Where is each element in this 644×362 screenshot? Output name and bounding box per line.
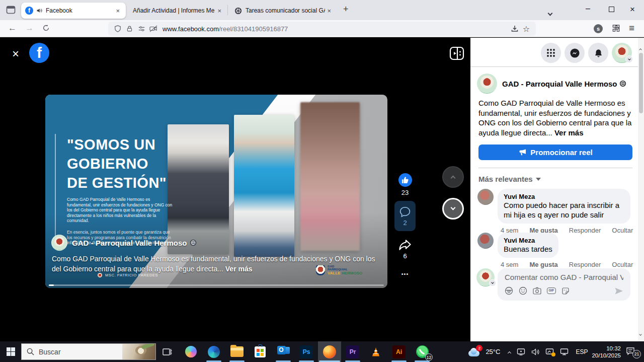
panel-page-name[interactable]: GAD - Parroquial Valle Hermoso (502, 80, 617, 88)
language-indicator[interactable]: ESP (576, 348, 588, 355)
download-icon[interactable] (511, 25, 519, 33)
gif-icon[interactable]: GIF (547, 287, 556, 294)
back-button[interactable]: ← (8, 24, 17, 32)
wireless-display-icon[interactable] (517, 348, 525, 355)
notifications-bell-button[interactable] (588, 43, 608, 63)
comment-author[interactable]: Yuvi Meza (504, 237, 552, 244)
see-more-link[interactable]: Ver más (554, 128, 584, 137)
edge-icon[interactable] (202, 341, 225, 362)
share-button[interactable] (398, 239, 412, 251)
next-reel-button[interactable] (442, 198, 464, 220)
premiere-icon[interactable]: Pr (341, 341, 364, 362)
new-tab-button[interactable]: + (343, 4, 349, 15)
page-avatar[interactable] (477, 74, 497, 94)
tab-close-icon[interactable]: × (325, 7, 333, 15)
send-comment-icon[interactable] (614, 287, 623, 295)
avatar-sticker-icon[interactable] (505, 286, 513, 295)
tab-tareas[interactable]: Tareas comunicador social GAD × (230, 3, 337, 19)
more-options-button[interactable]: ••• (401, 271, 409, 277)
comments-sort-dropdown[interactable]: Más relevantes (478, 175, 541, 183)
firefox-icon[interactable] (318, 341, 341, 362)
task-view-button[interactable] (156, 341, 179, 362)
notification-center-icon[interactable]: 21 (626, 346, 639, 357)
see-more-link[interactable]: Ver más (225, 265, 253, 273)
forward-button[interactable]: → (25, 24, 34, 32)
extensions-puzzle-icon[interactable] (612, 24, 620, 33)
messenger-button[interactable] (565, 43, 585, 63)
comment-reply-button[interactable]: Responder (569, 261, 601, 268)
menu-hamburger-icon[interactable]: ≡ (629, 23, 634, 34)
page-scrollbar[interactable] (638, 38, 644, 341)
clock[interactable]: 10:32 20/10/2025 (592, 345, 621, 359)
previous-reel-button[interactable] (442, 166, 464, 188)
search-highlight-sloth-image[interactable] (122, 344, 155, 359)
close-reel-icon[interactable]: × (12, 48, 19, 60)
profile-avatar-button[interactable] (612, 43, 632, 63)
comment-time[interactable]: 4 sem (501, 261, 518, 268)
copilot-icon[interactable] (179, 341, 202, 362)
reload-button[interactable] (42, 24, 50, 32)
volume-icon[interactable] (531, 348, 539, 355)
reel-video[interactable]: "SOMOS UN GOBIERNO DE GESTIÓN" Como GAD … (45, 95, 387, 288)
weather-icon[interactable]: 2 (467, 346, 481, 357)
gad-logo-line3b: HERMOSO (342, 271, 362, 275)
outlook-icon[interactable]: O (272, 341, 295, 362)
comment-input[interactable]: Comentar como GAD - Parroquial Vall... G… (498, 268, 630, 301)
commenter-avatar[interactable] (477, 189, 494, 205)
commenter-avatar[interactable] (477, 233, 494, 249)
emoji-icon[interactable] (519, 286, 527, 295)
temperature-label[interactable]: 25°C (486, 348, 500, 355)
extension-s-icon[interactable]: s (594, 24, 603, 33)
overlay-caption-line1: Como GAD Parroquial de Valle Hermoso es … (52, 254, 380, 264)
comment-hide-button[interactable]: Ocultar (612, 261, 633, 268)
photoshop-icon[interactable]: Ps (295, 341, 318, 362)
page-avatar[interactable] (51, 235, 67, 251)
tab-audio-icon[interactable] (36, 8, 42, 14)
speaker-credit: MSC. PATRICIO PAREDES (105, 273, 158, 277)
scrollbar-thumb[interactable] (639, 53, 643, 113)
file-explorer-icon[interactable] (225, 341, 249, 362)
screen-share-icon[interactable] (545, 348, 554, 355)
panel-page-row[interactable]: GAD - Parroquial Valle Hermoso (477, 74, 626, 94)
illustrator-icon[interactable]: Ai (387, 341, 411, 362)
url-bar[interactable]: www.facebook.com/reel/831041905916877 ☆ (108, 22, 536, 36)
comment-author[interactable]: Yuvi Meza (504, 193, 624, 200)
camera-icon[interactable] (533, 287, 541, 295)
tab-close-icon[interactable]: × (114, 7, 122, 15)
bookmark-star-icon[interactable]: ☆ (523, 24, 530, 34)
overlay-page-name[interactable]: GAD - Parroquial Valle Hermoso (72, 239, 187, 247)
lock-icon[interactable] (126, 25, 133, 32)
start-button[interactable] (0, 341, 21, 362)
comment-bubble[interactable]: Yuvi Meza Buenas tardes (498, 233, 558, 258)
comment-like-button[interactable]: Me gusta (529, 261, 557, 268)
sticker-icon[interactable] (561, 287, 570, 295)
camera-blocked-icon[interactable] (149, 25, 157, 32)
list-tabs-chevron-icon[interactable] (548, 8, 552, 17)
window-close-button[interactable]: × (630, 5, 635, 15)
tab-close-icon[interactable]: × (215, 7, 223, 15)
vlc-icon[interactable] (364, 341, 387, 362)
overlay-page-row[interactable]: GAD - Parroquial Valle Hermoso (51, 235, 197, 251)
like-button[interactable] (398, 173, 412, 187)
apps-menu-button[interactable] (541, 43, 561, 63)
whatsapp-icon[interactable]: 12 (411, 341, 434, 362)
window-minimize-button[interactable]: – (586, 4, 590, 13)
comments-button[interactable]: 2 (394, 201, 416, 231)
tab-facebook[interactable]: f Facebook × (21, 3, 126, 19)
permissions-icon[interactable] (138, 25, 145, 32)
video-progress-track[interactable] (49, 284, 384, 286)
hidden-icons-chevron[interactable] (508, 347, 511, 356)
comment-bubble[interactable]: Yuvi Meza Como puedo hacer para inscribi… (498, 189, 630, 224)
shield-icon[interactable] (114, 25, 121, 32)
window-restore-button[interactable] (609, 7, 614, 12)
facebook-logo[interactable]: f (29, 43, 49, 63)
network-icon[interactable] (560, 348, 569, 355)
microsoft-store-icon[interactable] (249, 341, 272, 362)
collapse-panel-icon[interactable] (449, 46, 464, 60)
video-progress-fill (49, 284, 54, 286)
promote-reel-button[interactable]: Promocionar reel (478, 144, 632, 160)
taskbar-search-box[interactable]: Buscar (21, 343, 156, 360)
tab-informes[interactable]: Añadir Actividad | Informes Mensua × (129, 3, 227, 19)
firefox-view-icon[interactable] (6, 5, 16, 15)
promote-reel-label: Promocionar reel (530, 148, 592, 157)
